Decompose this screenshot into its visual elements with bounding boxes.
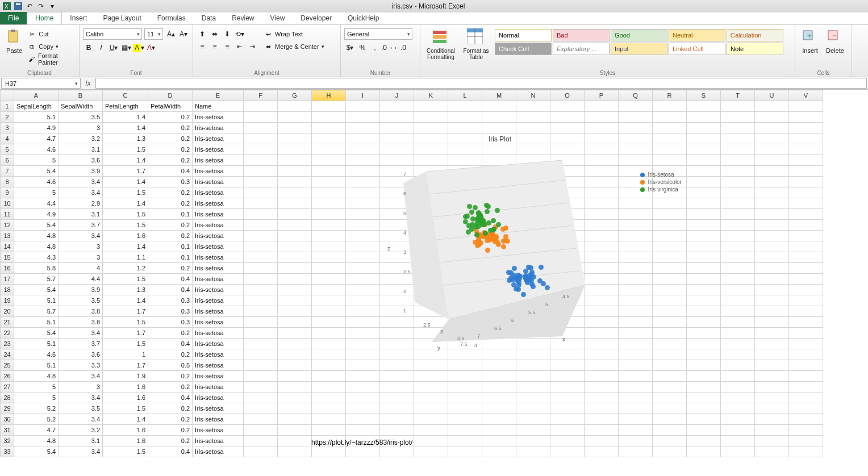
cell[interactable]: Iris-setosa	[193, 425, 244, 436]
cell[interactable]	[755, 349, 789, 360]
cell[interactable]	[755, 198, 789, 209]
cell[interactable]: 0.2	[148, 133, 193, 144]
cell[interactable]	[448, 123, 482, 133]
cell[interactable]	[448, 393, 482, 403]
row-header[interactable]: 23	[1, 339, 14, 349]
cell[interactable]: 0.3	[148, 295, 193, 306]
save-icon[interactable]	[14, 2, 23, 11]
cell[interactable]	[312, 393, 346, 403]
cell[interactable]	[516, 112, 550, 123]
cell[interactable]	[755, 306, 789, 317]
col-header[interactable]: V	[789, 90, 823, 101]
cell[interactable]	[312, 425, 346, 436]
number-format-select[interactable]: General	[344, 28, 412, 40]
row-header[interactable]: 25	[1, 360, 14, 371]
cell[interactable]: 3.5	[59, 295, 103, 306]
row-header[interactable]: 32	[1, 436, 14, 446]
cell[interactable]: 1.4	[103, 241, 148, 252]
cell[interactable]	[619, 425, 653, 436]
cell[interactable]	[721, 123, 755, 133]
cell[interactable]	[721, 241, 755, 252]
cell[interactable]: 1.2	[103, 263, 148, 274]
cell[interactable]	[346, 414, 380, 425]
row-header[interactable]: 27	[1, 382, 14, 393]
cell[interactable]: 4.9	[14, 123, 59, 133]
cell[interactable]: 4.8	[14, 241, 59, 252]
cell[interactable]: Iris-setosa	[193, 220, 244, 231]
delete-cells-button[interactable]: － Delete	[824, 26, 846, 77]
cell[interactable]: Iris-setosa	[193, 274, 244, 285]
cell[interactable]	[278, 123, 312, 133]
cell[interactable]	[789, 371, 823, 382]
cell[interactable]	[244, 155, 278, 166]
col-header[interactable]: Q	[619, 90, 653, 101]
cell[interactable]	[482, 112, 516, 123]
cell[interactable]	[346, 382, 380, 393]
cell[interactable]	[721, 101, 755, 112]
cell[interactable]: PetalWidth	[148, 101, 193, 112]
cell[interactable]	[755, 317, 789, 328]
cell[interactable]: 0.2	[148, 382, 193, 393]
cell[interactable]: 1.7	[103, 328, 148, 339]
cell[interactable]	[482, 393, 516, 403]
cell[interactable]: Iris-setosa	[193, 144, 244, 155]
cell[interactable]	[550, 403, 585, 414]
cell[interactable]	[721, 393, 755, 403]
cell[interactable]	[789, 252, 823, 263]
cell[interactable]	[687, 382, 721, 393]
cell[interactable]: 4.9	[14, 209, 59, 220]
cell[interactable]	[585, 382, 619, 393]
cell[interactable]	[721, 274, 755, 285]
cell[interactable]	[244, 285, 278, 295]
cell[interactable]: Iris-setosa	[193, 155, 244, 166]
cell[interactable]	[278, 425, 312, 436]
cell[interactable]	[312, 101, 346, 112]
cell[interactable]	[789, 198, 823, 209]
cell[interactable]	[755, 220, 789, 231]
cell[interactable]	[789, 177, 823, 187]
cell[interactable]	[755, 393, 789, 403]
cell[interactable]: 1.5	[103, 317, 148, 328]
cell[interactable]: 0.2	[148, 371, 193, 382]
cell[interactable]	[789, 133, 823, 144]
col-header[interactable]: A	[14, 90, 59, 101]
row-header[interactable]: 11	[1, 209, 14, 220]
cell[interactable]	[619, 414, 653, 425]
cell[interactable]: 0.2	[148, 187, 193, 198]
row-header[interactable]: 21	[1, 317, 14, 328]
cell[interactable]: Iris-setosa	[193, 349, 244, 360]
cell[interactable]	[414, 414, 448, 425]
cell[interactable]	[312, 112, 346, 123]
cell[interactable]	[448, 446, 482, 457]
cell[interactable]: 2.9	[59, 198, 103, 209]
cell[interactable]	[789, 144, 823, 155]
increase-indent-button[interactable]: ⇥	[247, 41, 258, 52]
cell[interactable]: 0.2	[148, 155, 193, 166]
cell[interactable]	[721, 133, 755, 144]
cell[interactable]: 0.2	[148, 198, 193, 209]
cell[interactable]	[721, 263, 755, 274]
tab-formulas[interactable]: Formulas	[149, 12, 194, 24]
row-header[interactable]: 13	[1, 231, 14, 241]
row-header[interactable]: 20	[1, 306, 14, 317]
cell[interactable]	[482, 436, 516, 446]
col-header[interactable]: P	[585, 90, 619, 101]
cell[interactable]: 1.7	[103, 306, 148, 317]
comma-button[interactable]: ,	[369, 42, 381, 53]
cell[interactable]	[789, 317, 823, 328]
copy-button[interactable]: ⧉Copy▾	[27, 41, 76, 52]
cell[interactable]	[721, 166, 755, 177]
cell[interactable]: 3.9	[59, 166, 103, 177]
select-all-corner[interactable]	[1, 90, 14, 101]
style-cell[interactable]: Neutral	[669, 29, 725, 41]
cell[interactable]	[414, 382, 448, 393]
tab-page-layout[interactable]: Page Layout	[95, 12, 149, 24]
cell[interactable]	[721, 306, 755, 317]
tab-review[interactable]: Review	[224, 12, 262, 24]
cell[interactable]: 3.1	[59, 209, 103, 220]
cell[interactable]: 5.4	[14, 285, 59, 295]
align-left-button[interactable]: ≡	[197, 41, 208, 52]
cell[interactable]	[687, 112, 721, 123]
cell[interactable]	[721, 198, 755, 209]
cell[interactable]: 5.2	[14, 403, 59, 414]
